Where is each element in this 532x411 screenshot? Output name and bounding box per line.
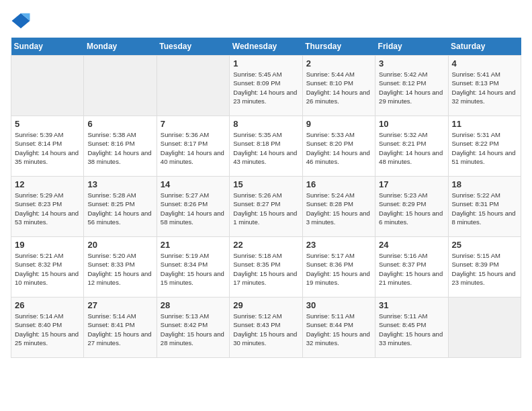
day-info: Sunrise: 5:45 AMSunset: 8:09 PMDaylight:… bbox=[233, 70, 298, 105]
day-number: 21 bbox=[161, 240, 226, 250]
day-info: Sunrise: 5:17 AMSunset: 8:36 PMDaylight:… bbox=[306, 251, 371, 287]
day-header-tuesday: Tuesday bbox=[157, 38, 229, 56]
day-header-saturday: Saturday bbox=[448, 38, 521, 56]
day-number: 11 bbox=[452, 119, 517, 129]
day-number: 5 bbox=[15, 119, 80, 129]
day-number: 20 bbox=[87, 240, 152, 250]
day-number: 31 bbox=[379, 300, 444, 310]
week-row-2: 5Sunrise: 5:39 AMSunset: 8:14 PMDaylight… bbox=[11, 116, 521, 177]
logo bbox=[11, 11, 34, 31]
day-info: Sunrise: 5:18 AMSunset: 8:35 PMDaylight:… bbox=[233, 251, 298, 287]
calendar-cell bbox=[157, 56, 229, 116]
day-info: Sunrise: 5:19 AMSunset: 8:34 PMDaylight:… bbox=[161, 251, 226, 287]
day-info: Sunrise: 5:21 AMSunset: 8:32 PMDaylight:… bbox=[15, 251, 80, 287]
day-header-sunday: Sunday bbox=[11, 38, 84, 56]
calendar-cell: 23Sunrise: 5:17 AMSunset: 8:36 PMDayligh… bbox=[302, 237, 375, 298]
day-number: 6 bbox=[87, 119, 152, 129]
day-info: Sunrise: 5:14 AMSunset: 8:40 PMDaylight:… bbox=[15, 312, 80, 347]
day-header-thursday: Thursday bbox=[302, 38, 375, 56]
day-info: Sunrise: 5:22 AMSunset: 8:31 PMDaylight:… bbox=[452, 191, 517, 226]
day-number: 23 bbox=[306, 240, 371, 250]
calendar-cell: 11Sunrise: 5:31 AMSunset: 8:22 PMDayligh… bbox=[448, 116, 521, 177]
day-number: 10 bbox=[379, 119, 444, 129]
day-number: 25 bbox=[452, 240, 517, 250]
calendar-cell: 18Sunrise: 5:22 AMSunset: 8:31 PMDayligh… bbox=[448, 177, 521, 237]
day-number: 12 bbox=[15, 179, 80, 189]
calendar-cell: 24Sunrise: 5:16 AMSunset: 8:37 PMDayligh… bbox=[375, 237, 448, 298]
day-info: Sunrise: 5:29 AMSunset: 8:23 PMDaylight:… bbox=[15, 191, 80, 226]
day-info: Sunrise: 5:20 AMSunset: 8:33 PMDaylight:… bbox=[87, 251, 152, 287]
day-header-wednesday: Wednesday bbox=[230, 38, 302, 56]
day-info: Sunrise: 5:44 AMSunset: 8:10 PMDaylight:… bbox=[306, 70, 371, 105]
day-info: Sunrise: 5:11 AMSunset: 8:44 PMDaylight:… bbox=[306, 312, 371, 347]
day-info: Sunrise: 5:11 AMSunset: 8:45 PMDaylight:… bbox=[379, 312, 444, 347]
calendar-cell bbox=[448, 298, 521, 358]
calendar-cell: 8Sunrise: 5:35 AMSunset: 8:18 PMDaylight… bbox=[230, 116, 302, 177]
calendar-cell: 4Sunrise: 5:41 AMSunset: 8:13 PMDaylight… bbox=[448, 56, 521, 116]
calendar-cell: 12Sunrise: 5:29 AMSunset: 8:23 PMDayligh… bbox=[11, 177, 84, 237]
day-info: Sunrise: 5:28 AMSunset: 8:25 PMDaylight:… bbox=[87, 191, 152, 226]
day-info: Sunrise: 5:32 AMSunset: 8:21 PMDaylight:… bbox=[379, 130, 444, 166]
calendar-cell: 16Sunrise: 5:24 AMSunset: 8:28 PMDayligh… bbox=[302, 177, 375, 237]
day-number: 24 bbox=[379, 240, 444, 250]
calendar-cell: 20Sunrise: 5:20 AMSunset: 8:33 PMDayligh… bbox=[84, 237, 157, 298]
day-number: 7 bbox=[161, 119, 226, 129]
week-row-1: 1Sunrise: 5:45 AMSunset: 8:09 PMDaylight… bbox=[11, 56, 521, 116]
calendar-table: SundayMondayTuesdayWednesdayThursdayFrid… bbox=[11, 38, 521, 358]
day-info: Sunrise: 5:39 AMSunset: 8:14 PMDaylight:… bbox=[15, 130, 80, 166]
day-number: 3 bbox=[379, 58, 444, 68]
day-number: 19 bbox=[15, 240, 80, 250]
day-number: 4 bbox=[452, 58, 517, 68]
calendar-cell: 17Sunrise: 5:23 AMSunset: 8:29 PMDayligh… bbox=[375, 177, 448, 237]
calendar-cell: 27Sunrise: 5:14 AMSunset: 8:41 PMDayligh… bbox=[84, 298, 157, 358]
calendar-cell bbox=[11, 56, 84, 116]
day-number: 18 bbox=[452, 179, 517, 189]
day-info: Sunrise: 5:42 AMSunset: 8:12 PMDaylight:… bbox=[379, 70, 444, 105]
day-info: Sunrise: 5:15 AMSunset: 8:39 PMDaylight:… bbox=[452, 251, 517, 287]
day-number: 28 bbox=[161, 300, 226, 310]
day-info: Sunrise: 5:36 AMSunset: 8:17 PMDaylight:… bbox=[161, 130, 226, 166]
day-header-monday: Monday bbox=[84, 38, 157, 56]
calendar-cell: 26Sunrise: 5:14 AMSunset: 8:40 PMDayligh… bbox=[11, 298, 84, 358]
calendar-cell: 31Sunrise: 5:11 AMSunset: 8:45 PMDayligh… bbox=[375, 298, 448, 358]
calendar-cell: 10Sunrise: 5:32 AMSunset: 8:21 PMDayligh… bbox=[375, 116, 448, 177]
day-number: 13 bbox=[87, 179, 152, 189]
calendar-cell: 22Sunrise: 5:18 AMSunset: 8:35 PMDayligh… bbox=[230, 237, 302, 298]
days-header-row: SundayMondayTuesdayWednesdayThursdayFrid… bbox=[11, 38, 521, 56]
day-number: 15 bbox=[233, 179, 298, 189]
day-number: 27 bbox=[87, 300, 152, 310]
day-info: Sunrise: 5:16 AMSunset: 8:37 PMDaylight:… bbox=[379, 251, 444, 287]
calendar-cell: 5Sunrise: 5:39 AMSunset: 8:14 PMDaylight… bbox=[11, 116, 84, 177]
day-number: 26 bbox=[15, 300, 80, 310]
calendar-cell: 25Sunrise: 5:15 AMSunset: 8:39 PMDayligh… bbox=[448, 237, 521, 298]
header bbox=[11, 11, 521, 31]
calendar-cell: 2Sunrise: 5:44 AMSunset: 8:10 PMDaylight… bbox=[302, 56, 375, 116]
calendar-cell: 6Sunrise: 5:38 AMSunset: 8:16 PMDaylight… bbox=[84, 116, 157, 177]
day-number: 14 bbox=[161, 179, 226, 189]
day-number: 29 bbox=[233, 300, 298, 310]
day-number: 17 bbox=[379, 179, 444, 189]
calendar-cell: 21Sunrise: 5:19 AMSunset: 8:34 PMDayligh… bbox=[157, 237, 229, 298]
day-info: Sunrise: 5:23 AMSunset: 8:29 PMDaylight:… bbox=[379, 191, 444, 226]
day-number: 22 bbox=[233, 240, 298, 250]
day-number: 30 bbox=[306, 300, 371, 310]
calendar-cell: 15Sunrise: 5:26 AMSunset: 8:27 PMDayligh… bbox=[230, 177, 302, 237]
day-info: Sunrise: 5:41 AMSunset: 8:13 PMDaylight:… bbox=[452, 70, 517, 105]
calendar-cell: 9Sunrise: 5:33 AMSunset: 8:20 PMDaylight… bbox=[302, 116, 375, 177]
day-info: Sunrise: 5:24 AMSunset: 8:28 PMDaylight:… bbox=[306, 191, 371, 226]
calendar-cell: 13Sunrise: 5:28 AMSunset: 8:25 PMDayligh… bbox=[84, 177, 157, 237]
day-info: Sunrise: 5:13 AMSunset: 8:42 PMDaylight:… bbox=[161, 312, 226, 347]
day-info: Sunrise: 5:14 AMSunset: 8:41 PMDaylight:… bbox=[87, 312, 152, 347]
week-row-5: 26Sunrise: 5:14 AMSunset: 8:40 PMDayligh… bbox=[11, 298, 521, 358]
day-number: 2 bbox=[306, 58, 371, 68]
day-info: Sunrise: 5:26 AMSunset: 8:27 PMDaylight:… bbox=[233, 191, 298, 226]
day-info: Sunrise: 5:35 AMSunset: 8:18 PMDaylight:… bbox=[233, 130, 298, 166]
logo-icon bbox=[11, 11, 31, 31]
week-row-3: 12Sunrise: 5:29 AMSunset: 8:23 PMDayligh… bbox=[11, 177, 521, 237]
day-info: Sunrise: 5:31 AMSunset: 8:22 PMDaylight:… bbox=[452, 130, 517, 166]
calendar-cell: 30Sunrise: 5:11 AMSunset: 8:44 PMDayligh… bbox=[302, 298, 375, 358]
day-number: 9 bbox=[306, 119, 371, 129]
day-number: 16 bbox=[306, 179, 371, 189]
calendar-cell bbox=[84, 56, 157, 116]
calendar-cell: 1Sunrise: 5:45 AMSunset: 8:09 PMDaylight… bbox=[230, 56, 302, 116]
